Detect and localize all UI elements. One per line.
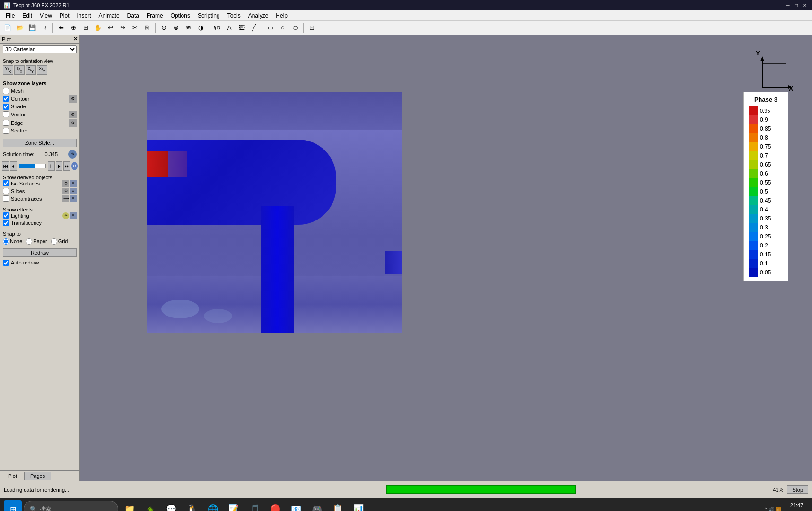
layer-mesh-checkbox[interactable] [3,88,9,94]
taskbar-edge[interactable]: 🌐 [203,500,222,511]
toolbar-rect[interactable]: ▭ [265,22,276,34]
toolbar-lighting[interactable]: ◑ [195,22,206,34]
effect-translucency-label[interactable]: Translucency [3,220,42,226]
taskbar-tecplot[interactable]: 📊 [349,500,368,511]
close-button[interactable]: ✕ [802,2,808,9]
tab-plot[interactable]: Plot [2,472,23,480]
play-prev-button[interactable]: ⏴ [10,161,17,171]
slices-icon1[interactable]: ⚙ [62,188,69,194]
layer-scatter-label[interactable]: Scatter [3,128,27,134]
toolbar-line[interactable]: ╱ [248,22,260,34]
solution-time-settings-icon[interactable]: ⟲ [68,150,77,159]
toolbar-redo[interactable]: ↪ [117,22,128,34]
derived-iso-checkbox[interactable] [3,180,9,186]
toolbar-cut[interactable]: ✂ [129,22,140,34]
effect-lighting-checkbox[interactable] [3,212,9,219]
tab-pages[interactable]: Pages [24,472,51,480]
redraw-button[interactable]: Redraw [3,248,77,257]
taskbar-app1[interactable]: 📧 [287,500,306,511]
play-last-button[interactable]: ⏭ [63,161,70,171]
menu-frame[interactable]: Frame [143,11,167,20]
toolbar-new[interactable]: 📄 [2,22,13,34]
layer-vector-label[interactable]: Vector [3,111,26,117]
taskbar-linux[interactable]: 🐧 [183,500,201,511]
streamtraces-icon2[interactable]: ≡ [70,195,77,202]
toolbar-contour[interactable]: ≋ [183,22,194,34]
toolbar-text[interactable]: A [224,22,235,34]
edge-settings-icon[interactable]: ⚙ [69,119,77,127]
orient-zy[interactable]: Z/Y [26,65,36,75]
toolbar-undo[interactable]: ↩ [105,22,116,34]
start-button[interactable]: ⊞ [4,500,22,511]
vector-settings-icon[interactable]: ⚙ [69,111,77,118]
toolbar-zoom-box[interactable]: ⊞ [80,22,91,34]
menu-data[interactable]: Data [123,11,143,20]
iso-icon2[interactable]: ≡ [70,180,77,187]
layer-edge-label[interactable]: Edge [3,120,23,126]
menu-help[interactable]: Help [272,11,291,20]
auto-redraw-checkbox[interactable] [3,260,9,266]
derived-streamtraces-checkbox[interactable] [3,195,9,202]
panel-close-button[interactable]: ✕ [73,36,78,42]
toolbar-print[interactable]: 🖨 [39,22,50,34]
cfd-plot-area[interactable] [147,92,402,333]
stop-button[interactable]: Stop [787,485,808,494]
taskbar-spotify[interactable]: 🎵 [245,500,264,511]
snap-paper[interactable]: Paper [26,238,47,245]
menu-plot[interactable]: Plot [56,11,73,20]
layer-edge-checkbox[interactable] [3,120,9,126]
orient-yx[interactable]: Y/X [3,65,13,75]
menu-animate[interactable]: Animate [95,11,123,20]
toolbar-select[interactable]: ⊕ [68,22,79,34]
taskbar-office[interactable]: 📝 [224,500,243,511]
snap-none[interactable]: None [3,238,22,245]
toolbar-pan[interactable]: ✋ [92,22,104,34]
toolbar-probe[interactable]: ⊙ [158,22,169,34]
layer-shade-checkbox[interactable] [3,104,9,110]
play-first-button[interactable]: ⏮ [2,161,9,171]
menu-scripting[interactable]: Scripting [194,11,224,20]
layer-vector-checkbox[interactable] [3,111,9,117]
toolbar-extract[interactable]: ⊗ [170,22,182,34]
taskbar-obs[interactable]: 🔴 [266,500,285,511]
menu-analyze[interactable]: Analyze [244,11,272,20]
derived-iso-label[interactable]: Iso Surfaces [3,180,40,186]
layer-shade-label[interactable]: Shade [3,104,26,110]
toolbar-export[interactable]: ⊡ [306,22,317,34]
menu-edit[interactable]: Edit [18,11,36,20]
taskbar-file-explorer[interactable]: 📁 [120,500,139,511]
derived-slices-checkbox[interactable] [3,188,9,194]
toolbar-circle[interactable]: ○ [277,22,288,34]
toolbar-back[interactable]: ⬅ [55,22,67,34]
taskbar-nvidia[interactable]: ◈ [141,500,160,511]
lighting-icon1[interactable]: ☀ [62,212,69,219]
menu-view[interactable]: View [36,11,56,20]
menu-file[interactable]: File [2,11,18,20]
taskbar-wechat[interactable]: 💬 [162,500,181,511]
layer-contour-label[interactable]: Contour [3,96,29,102]
play-next-button[interactable]: ⏵ [56,161,63,171]
layer-contour-checkbox[interactable] [3,96,9,102]
playback-progress[interactable] [19,164,46,168]
derived-slices-label[interactable]: Slices [3,188,25,194]
minimize-button[interactable]: ─ [785,2,791,9]
search-bar[interactable]: 🔍 搜索 [24,501,118,511]
snap-grid[interactable]: Grid [51,238,68,245]
slices-icon2[interactable]: ≡ [70,188,77,194]
maximize-button[interactable]: □ [793,2,800,9]
toolbar-image[interactable]: 🖼 [236,22,247,34]
effect-translucency-checkbox[interactable] [3,220,9,226]
orient-xy[interactable]: X/Y [37,65,47,75]
toolbar-save[interactable]: 💾 [26,22,38,34]
taskbar-app3[interactable]: 📋 [328,500,347,511]
play-pause-button[interactable]: ⏸ [48,161,55,171]
toolbar-copy[interactable]: ⎘ [141,22,153,34]
orient-zx[interactable]: Z/X [14,65,25,75]
lighting-icon2[interactable]: ≡ [70,212,77,219]
taskbar-app2[interactable]: 🎮 [307,500,326,511]
iso-icon1[interactable]: ⚙ [62,180,69,187]
menu-options[interactable]: Options [167,11,194,20]
layer-mesh-label[interactable]: Mesh [3,88,24,94]
toolbar-ellipse[interactable]: ⬭ [289,22,301,34]
streamtraces-icon1[interactable]: ⟿ [62,195,69,202]
